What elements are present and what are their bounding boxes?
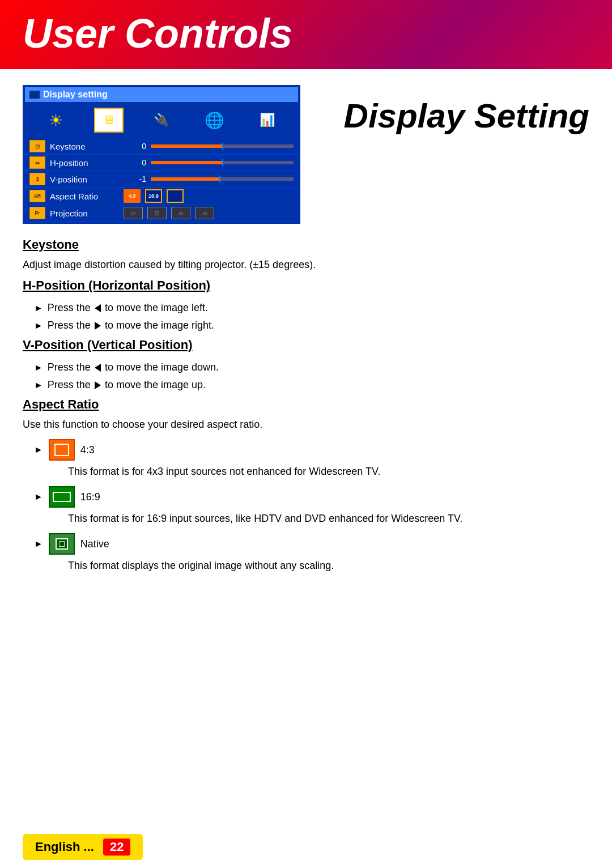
page-title: User Controls <box>23 10 589 57</box>
ar-43-label: 4:3 <box>80 442 95 458</box>
aspect-ratio-intro: Use this function to choose your desired… <box>23 417 589 432</box>
vposition-heading: V-Position (Vertical Position) <box>23 335 193 354</box>
panel-icon-brightness[interactable]: ☀ <box>41 108 71 133</box>
keystone-label: Keystone <box>50 142 124 151</box>
ar-43-inner <box>54 444 69 456</box>
proj-icon-3[interactable]: ▭ <box>171 207 190 219</box>
aspect-icon: AR <box>29 190 45 202</box>
asp-169-icon[interactable]: 16:9 <box>145 189 162 203</box>
ar-169-desc: This format is for 16:9 input sources, l… <box>68 511 589 526</box>
vposition-value: -1 <box>124 175 146 184</box>
keystone-row: ⊡ Keystone 0 <box>25 138 298 155</box>
aspect-ratio-row: AR Aspect Ratio 4:3 16:9 <box>25 188 298 205</box>
keystone-heading: Keystone <box>23 235 79 254</box>
ar-43-icon-box <box>49 439 75 461</box>
bar-icon: 📊 <box>260 113 275 127</box>
right-arrow-icon-2 <box>95 381 101 389</box>
ar-43-bullet: ► <box>34 443 43 457</box>
panel-header-text: Display setting <box>43 90 108 100</box>
proj-icon-2[interactable]: ◫ <box>147 207 167 219</box>
bullet-arrow-1: ► <box>34 301 43 315</box>
cable-icon: 🔌 <box>154 113 169 127</box>
vposition-slider[interactable] <box>151 177 294 181</box>
doc-section: Keystone Adjust image distortion caused … <box>0 224 612 573</box>
ar-native-label: Native <box>80 537 109 552</box>
vposition-section: V-Position (Vertical Position) ► Press t… <box>23 335 589 393</box>
projection-label: Projection <box>50 209 124 218</box>
aspect-icons: 4:3 16:9 <box>124 189 184 203</box>
hposition-bullet-1-text: Press the to move the image left. <box>48 300 208 316</box>
keystone-section: Keystone Adjust image distortion caused … <box>23 235 589 273</box>
globe-icon: 🌐 <box>205 111 224 130</box>
left-arrow-icon <box>95 304 101 312</box>
hposition-icon: ⇔ <box>29 156 45 169</box>
ar-169-label: 16:9 <box>80 490 100 505</box>
proj-icon-4[interactable]: ▭ <box>195 207 214 219</box>
ar-native-icon-box <box>49 533 75 555</box>
panel-header-icon <box>29 91 40 99</box>
hposition-row: ⇔ H-position 0 <box>25 155 298 171</box>
panel-icons-row: ☀ 🖥 🔌 🌐 📊 <box>25 102 298 138</box>
bullet-arrow-2: ► <box>34 319 43 333</box>
panel-icon-display[interactable]: 🖥 <box>94 108 124 133</box>
ar-native-desc: This format displays the original image … <box>68 558 589 573</box>
vposition-icon: ⇕ <box>29 173 45 185</box>
hposition-bullet-2: ► Press the to move the image right. <box>34 318 589 333</box>
bullet-arrow-3: ► <box>34 361 43 375</box>
display-panel: Display setting ☀ 🖥 🔌 🌐 📊 <box>23 85 300 224</box>
asp-43-icon[interactable]: 4:3 <box>124 189 141 203</box>
panel-header: Display setting <box>25 87 298 102</box>
footer-badge-label: English ... <box>35 840 94 854</box>
aspect-label: Aspect Ratio <box>50 192 124 201</box>
aspect-ratio-section: Aspect Ratio Use this function to choose… <box>23 395 589 573</box>
proj-icon-1[interactable]: ▭ <box>124 207 143 219</box>
display-icon: 🖥 <box>103 113 115 127</box>
ar-43-desc: This format is for 4x3 input sources not… <box>68 464 589 479</box>
asp-native-icon[interactable] <box>167 189 184 203</box>
hposition-heading: H-Position (Horizontal Position) <box>23 276 210 295</box>
ar-native-bullet: ► <box>34 537 43 551</box>
right-arrow-icon <box>95 322 101 330</box>
main-content-row: Display setting ☀ 🖥 🔌 🌐 📊 <box>0 85 612 224</box>
footer: English ... 22 <box>0 826 612 868</box>
ar-native-item: ► Native <box>34 533 589 555</box>
hposition-bullet-2-text: Press the to move the image right. <box>48 318 214 333</box>
projection-icons: ▭ ◫ ▭ ▭ <box>124 207 214 219</box>
projection-icon: Pr <box>29 207 45 219</box>
vposition-bullet-1: ► Press the to move the image down. <box>34 360 589 375</box>
ar-169-bullet: ► <box>34 490 43 504</box>
hposition-label: H-position <box>50 158 124 168</box>
panel-icon-bar[interactable]: 📊 <box>252 108 282 133</box>
vposition-row: ⇕ V-position -1 <box>25 171 298 188</box>
display-setting-title: Display Setting <box>344 96 589 135</box>
keystone-slider[interactable] <box>151 144 294 148</box>
ar-169-inner <box>53 492 71 502</box>
vposition-bullet-2-text: Press the to move the image up. <box>48 377 206 393</box>
hposition-bullet-1: ► Press the to move the image left. <box>34 300 589 316</box>
ar-169-icon-box <box>49 486 75 508</box>
footer-badge: English ... 22 <box>23 834 143 860</box>
footer-page-number: 22 <box>103 839 130 856</box>
panel-icon-cable[interactable]: 🔌 <box>147 108 176 133</box>
bullet-arrow-4: ► <box>34 378 43 392</box>
keystone-value: 0 <box>124 142 146 151</box>
hposition-value: 0 <box>124 158 146 167</box>
vposition-label: V-position <box>50 175 124 184</box>
ar-169-item: ► 16:9 <box>34 486 589 508</box>
page-header: User Controls <box>0 0 612 69</box>
keystone-icon: ⊡ <box>29 140 45 152</box>
panel-icon-globe[interactable]: 🌐 <box>199 108 229 133</box>
projection-row: Pr Projection ▭ ◫ ▭ ▭ <box>25 205 298 222</box>
hposition-slider[interactable] <box>151 161 294 164</box>
keystone-para: Adjust image distortion caused by tiltin… <box>23 257 589 273</box>
hposition-section: H-Position (Horizontal Position) ► Press… <box>23 276 589 333</box>
aspect-ratio-heading: Aspect Ratio <box>23 395 99 414</box>
display-panel-screenshot: Display setting ☀ 🖥 🔌 🌐 📊 <box>23 85 306 224</box>
ar-43-item: ► 4:3 <box>34 439 589 461</box>
left-arrow-icon-2 <box>95 364 101 372</box>
sun-icon: ☀ <box>49 111 63 130</box>
right-column: Display Setting <box>323 85 589 224</box>
vposition-bullet-2: ► Press the to move the image up. <box>34 377 589 393</box>
vposition-bullet-1-text: Press the to move the image down. <box>48 360 219 375</box>
